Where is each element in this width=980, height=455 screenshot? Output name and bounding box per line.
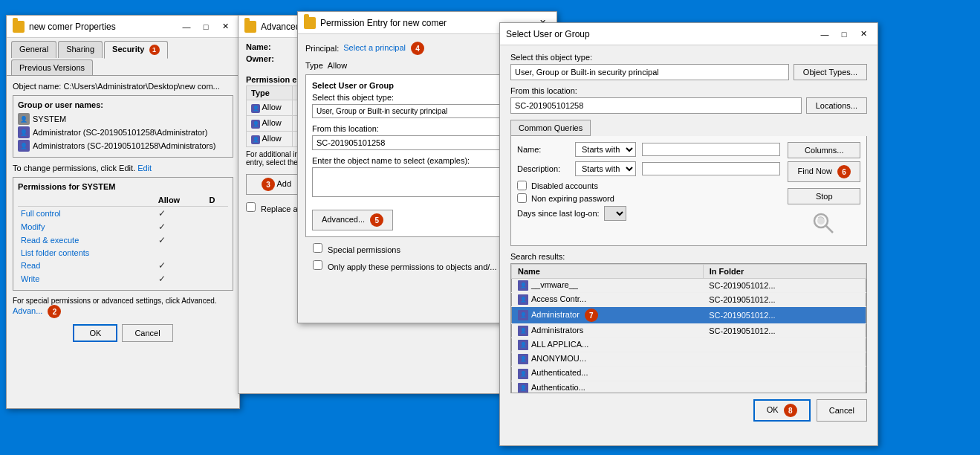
inner-advanced-btn[interactable]: Advanced... 5	[312, 210, 393, 230]
perm-name-write: Write	[18, 272, 155, 285]
object-type-input[interactable]	[510, 64, 789, 80]
user-administrators[interactable]: 👤 Administrators (SC-201905101258\Admini…	[18, 139, 228, 152]
properties-content: Object name: C:\Users\Administrator\Desk…	[7, 76, 239, 348]
search-results-label: Search results:	[510, 252, 867, 261]
group-users-box: Group or user names: 👤 SYSTEM 👤 Administ…	[13, 95, 233, 158]
days-logon-label: Days since last log-on:	[517, 209, 600, 218]
advanced-name-label: Name:	[246, 42, 291, 51]
results-header-row: Name In Folder	[512, 265, 866, 279]
replace-checkbox[interactable]	[246, 202, 256, 212]
find-now-btn[interactable]: Find Now 6	[788, 161, 860, 182]
special-perms-checkbox[interactable]	[313, 243, 322, 253]
perm-row-readexecute: Read & execute ✓	[18, 233, 228, 247]
advanced-link-btn[interactable]: Advan... 2	[13, 306, 61, 315]
cq-desc-select[interactable]: Starts with	[575, 161, 636, 176]
from-location-input[interactable]	[510, 97, 802, 114]
cq-name-select[interactable]: Starts with	[575, 142, 636, 157]
result-row-5[interactable]: 👤ANONYMOU...	[512, 352, 866, 367]
properties-cancel-btn[interactable]: Cancel	[122, 324, 172, 342]
acl-type-1: 👤 Allow	[247, 100, 293, 116]
select-user-title-text: Select User or Group	[506, 29, 590, 39]
select-user-cancel-btn[interactable]: Cancel	[817, 399, 867, 422]
permission-folder-icon	[304, 17, 316, 29]
cq-desc-label: Description:	[517, 164, 569, 173]
perm-allow-modify: ✓	[155, 220, 207, 233]
advanced-owner-label: Owner:	[246, 54, 291, 63]
object-name-value: C:\Users\Administrator\Desktop\new com..…	[63, 82, 219, 91]
properties-minimize-btn[interactable]: —	[178, 20, 195, 33]
properties-titlebar: new comer Properties — □ ✕	[7, 16, 239, 38]
properties-close-btn[interactable]: ✕	[217, 20, 233, 33]
select-user-minimize-btn[interactable]: —	[817, 28, 833, 41]
select-user-close-btn[interactable]: ✕	[855, 28, 872, 41]
disabled-accounts-checkbox[interactable]	[517, 181, 527, 190]
badge-2: 2	[48, 305, 61, 318]
result-folder-0: SC-2019051012...	[703, 279, 866, 293]
select-user-maximize-btn[interactable]: □	[836, 28, 852, 41]
non-expiring-checkbox[interactable]	[517, 193, 527, 203]
days-logon-row: Days since last log-on:	[517, 206, 780, 221]
select-user-ok-btn[interactable]: OK 8	[753, 399, 811, 422]
only-apply-checkbox[interactable]	[313, 260, 322, 270]
perm-allow-write: ✓	[155, 272, 207, 285]
cq-desc-input[interactable]	[642, 162, 780, 175]
change-perms-note: To change permissions, click Edit. Edit	[13, 164, 233, 172]
acl-type-2: 👤 Allow	[247, 116, 293, 132]
properties-window: new comer Properties — □ ✕ General Shari…	[6, 15, 240, 409]
permissions-box: Permissions for SYSTEM Allow D Full cont…	[13, 177, 233, 291]
result-row-1[interactable]: 👤Access Contr... SC-2019051012...	[512, 293, 866, 307]
svg-line-1	[825, 225, 833, 233]
acl-type-3: 👤 Allow	[247, 132, 293, 147]
acl-icon-1: 👤	[251, 104, 260, 113]
tab-previous-versions[interactable]: Previous Versions	[11, 59, 93, 75]
result-folder-2: SC-2019051012...	[703, 307, 866, 324]
result-row-3[interactable]: 👤Administrators SC-2019051012...	[512, 324, 866, 338]
locations-btn[interactable]: Locations...	[806, 97, 867, 114]
properties-title: new comer Properties	[13, 21, 116, 33]
perm-allow-read: ✓	[155, 259, 207, 272]
select-user-title: Select User or Group	[506, 29, 590, 39]
user-icon-system: 👤	[18, 113, 30, 125]
tab-general[interactable]: General	[11, 41, 56, 58]
columns-btn[interactable]: Columns...	[788, 142, 860, 158]
result-icon-5: 👤	[518, 354, 528, 364]
search-icon	[811, 210, 837, 237]
result-row-7[interactable]: 👤Authenticatio...	[512, 381, 866, 393]
perm-name-modify: Modify	[18, 220, 155, 233]
from-location-row: Locations...	[510, 97, 867, 114]
properties-ok-btn[interactable]: OK	[73, 324, 117, 342]
perm-deny-write	[207, 272, 228, 285]
perm-name-read: Read	[18, 259, 155, 272]
tab-security[interactable]: Security 1	[104, 41, 167, 59]
result-row-6[interactable]: 👤Authenticated...	[512, 367, 866, 381]
result-row-0[interactable]: 👤__vmware__ SC-2019051012...	[512, 279, 866, 293]
type-value: Allow	[328, 61, 347, 70]
permission-title: Permission Entry for new comer	[304, 17, 447, 29]
properties-maximize-btn[interactable]: □	[198, 20, 214, 33]
search-results-scrollable[interactable]: Name In Folder 👤__vmware__ SC-2019051012…	[510, 263, 867, 393]
object-types-btn[interactable]: Object Types...	[794, 64, 867, 80]
result-folder-4	[703, 338, 866, 352]
result-row-4[interactable]: 👤ALL APPLICA...	[512, 338, 866, 352]
tab-sharing[interactable]: Sharing	[58, 41, 103, 58]
user-system[interactable]: 👤 SYSTEM	[18, 112, 228, 126]
object-type-row: Object Types...	[510, 64, 867, 80]
add-btn[interactable]: 3 Add	[246, 174, 304, 195]
common-queries-tab[interactable]: Common Queries	[510, 120, 591, 136]
advanced-folder-icon	[244, 21, 256, 33]
perm-allow-fullcontrol: ✓	[155, 207, 207, 221]
edit-link[interactable]: Edit	[137, 164, 152, 172]
result-row-2[interactable]: 👤Administrator 7 SC-2019051012...	[512, 307, 866, 324]
days-logon-select[interactable]	[604, 206, 626, 221]
result-icon-2: 👤	[518, 310, 528, 320]
user-administrator[interactable]: 👤 Administrator (SC-201905101258\Adminis…	[18, 126, 228, 139]
object-type-label: Select this object type:	[510, 53, 867, 62]
user-icon-admin: 👤	[18, 126, 30, 138]
perm-deny-listfolder	[207, 247, 228, 259]
cq-name-input[interactable]	[642, 143, 780, 156]
perm-row-modify: Modify ✓	[18, 220, 228, 233]
stop-btn[interactable]: Stop	[788, 188, 860, 204]
acl-icon-2: 👤	[251, 120, 260, 129]
only-apply-label: Only apply these permissions to objects …	[328, 262, 496, 271]
select-principal-link[interactable]: Select a principal 4	[343, 42, 424, 55]
